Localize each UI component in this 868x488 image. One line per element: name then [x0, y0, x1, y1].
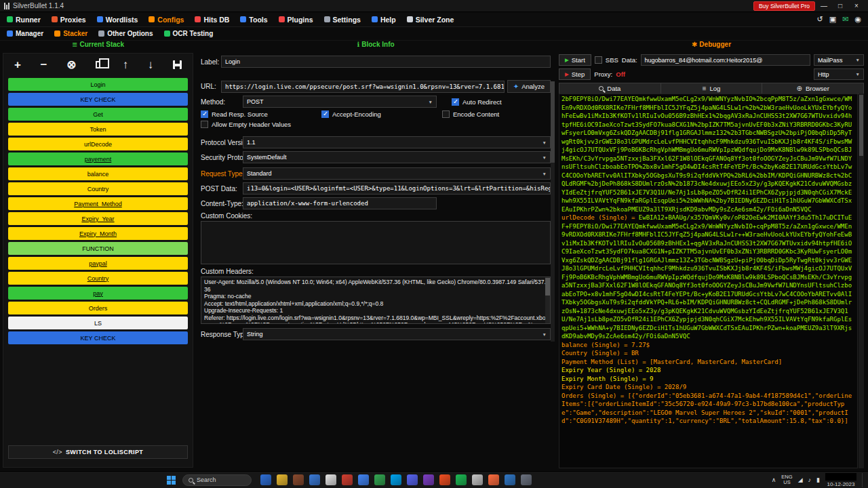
start-menu-button[interactable]	[167, 476, 176, 485]
taskbar-app-icon[interactable]	[293, 474, 304, 485]
stack-block-get[interactable]: Get	[8, 108, 188, 121]
menu-item-tools[interactable]: Tools	[240, 16, 267, 24]
menu-item-other-options[interactable]: Other Options	[98, 30, 153, 37]
block-info-scrollbar[interactable]	[551, 81, 555, 342]
stack-block-country[interactable]: Country	[8, 182, 188, 195]
maximize-button[interactable]: □	[833, 2, 848, 9]
tab-data[interactable]: Data	[559, 83, 661, 94]
security-protocol-select[interactable]: SystemDefault▼	[243, 151, 551, 163]
taskbar-app-icon[interactable]	[391, 474, 401, 485]
custom-headers-textarea[interactable]: User-Agent: Mozilla/5.0 (Windows NT 10.0…	[201, 277, 551, 324]
debug-log-scrollbar[interactable]	[859, 94, 864, 468]
stack-block-token[interactable]: Token	[8, 123, 188, 136]
stack-block-orders[interactable]: Orders	[8, 302, 188, 314]
stack-block-ls[interactable]: LS	[8, 317, 188, 329]
move-up-button[interactable]: ↑	[123, 59, 129, 70]
hidden-icons-button[interactable]: ∧	[772, 476, 776, 483]
stack-block-paypal[interactable]: paypal	[8, 257, 188, 270]
menu-item-proxies[interactable]: Proxies	[52, 16, 86, 24]
stack-block-payement[interactable]: payement	[8, 152, 188, 165]
menu-item-plugins[interactable]: Plugins	[279, 16, 313, 24]
stack-block-login[interactable]: Login	[8, 78, 188, 91]
buy-pro-button[interactable]: Buy SilverBullet Pro	[753, 1, 815, 11]
debug-log[interactable]: 2bF9EPY8iO/Dwi77EAYEQmkfwwUxamM5eCLg2x9/…	[559, 94, 858, 468]
encode-content-checkbox[interactable]	[442, 110, 450, 118]
stack-block-key-check[interactable]: KEY CHECK	[8, 331, 188, 344]
add-block-button[interactable]: +	[14, 59, 21, 70]
accept-encoding-checkbox[interactable]	[321, 110, 329, 118]
request-type-select[interactable]: Standard▼	[243, 167, 551, 180]
taskbar-app-icon[interactable]	[505, 474, 515, 485]
stack-block-function[interactable]: FUNCTION	[8, 242, 188, 255]
proxy-state-toggle[interactable]: Off	[616, 70, 625, 78]
taskbar-app-icon[interactable]	[260, 474, 271, 485]
content-type-input[interactable]: application/x-www-form-urlencoded	[243, 197, 437, 209]
taskbar-app-icon[interactable]	[309, 474, 320, 485]
stack-block-pay[interactable]: pay	[8, 287, 188, 300]
url-input[interactable]: https://login.live.com/ppsecure/post.srf…	[221, 81, 505, 93]
status-icon[interactable]: ◉	[854, 16, 861, 23]
close-button[interactable]: ×	[849, 2, 864, 9]
protocol-version-select[interactable]: 1.1▼	[243, 136, 551, 148]
taskbar-app-icon[interactable]	[374, 474, 385, 485]
volume-icon[interactable]: ♪	[808, 476, 812, 483]
menu-item-configs[interactable]: Configs	[149, 16, 184, 24]
battery-icon[interactable]: ▮	[816, 476, 820, 483]
language-indicator[interactable]: ENG US	[781, 474, 792, 485]
history-icon[interactable]: ↺	[817, 16, 823, 23]
taskbar-app-icon[interactable]	[439, 474, 450, 485]
taskbar-search[interactable]: Search	[182, 474, 252, 486]
stack-block-balance[interactable]: balance	[8, 167, 188, 180]
taskbar-app-icon[interactable]	[472, 474, 483, 485]
save-stack-button[interactable]	[173, 60, 182, 69]
switch-to-loliscript-button[interactable]: </> SWITCH TO LOLISCRIPT	[8, 445, 188, 459]
menu-item-hits-db[interactable]: Hits DB	[195, 16, 229, 24]
custom-cookies-textarea[interactable]	[201, 221, 551, 264]
auto-redirect-checkbox[interactable]	[452, 98, 459, 106]
menu-item-ocr-testing[interactable]: OCR Testing	[164, 30, 214, 37]
stack-block-urldecode[interactable]: urlDecode	[8, 138, 188, 150]
menu-item-help[interactable]: Help	[372, 16, 396, 24]
remove-block-button[interactable]: −	[41, 59, 47, 70]
step-button[interactable]: ▶Step	[559, 68, 591, 80]
stack-block-expiry-month[interactable]: Expiry_Month	[8, 227, 188, 240]
menu-item-silver-zone[interactable]: Silver Zone	[407, 16, 454, 24]
debug-data-input[interactable]: hugobarros_84@hotmail.com:Heitor2015@	[641, 54, 810, 66]
taskbar-app-icon[interactable]	[488, 474, 499, 485]
stack-block-key-check[interactable]: KEY CHECK	[8, 93, 188, 106]
menu-item-wordlists[interactable]: Wordlists	[97, 16, 138, 24]
chat-icon[interactable]: ✉	[842, 16, 848, 23]
screenshot-icon[interactable]: ▣	[829, 16, 836, 23]
method-select[interactable]: POST▼	[243, 96, 437, 108]
taskbar-app-icon[interactable]	[407, 474, 418, 485]
response-type-select[interactable]: String▼	[243, 328, 551, 340]
disable-block-button[interactable]: ⊗	[66, 59, 76, 70]
taskbar-app-icon[interactable]	[456, 474, 467, 485]
clock[interactable]: 10-12-2023	[825, 473, 856, 487]
taskbar-app-icon[interactable]	[342, 474, 353, 485]
network-icon[interactable]: ◢	[798, 476, 803, 483]
taskbar-app-icon[interactable]	[326, 474, 336, 485]
menu-item-runner[interactable]: Runner	[7, 16, 41, 24]
analyze-button[interactable]: ✦ Analyze	[507, 80, 551, 93]
read-resp-checkbox[interactable]	[201, 110, 208, 118]
tab-browser[interactable]: ⊕Browser	[762, 83, 863, 94]
allow-empty-headers-checkbox[interactable]	[201, 121, 208, 128]
post-data-input[interactable]: i13=0&login=<USER>&loginfmt=<USER>&type=…	[243, 182, 551, 195]
taskbar-app-icon[interactable]	[277, 474, 288, 485]
proxy-type-select[interactable]: Http▼	[814, 68, 864, 80]
stack-block-country[interactable]: Country	[8, 272, 188, 285]
move-down-button[interactable]: ↓	[148, 59, 154, 70]
wordlist-type-select[interactable]: MailPass▼	[814, 54, 864, 66]
menu-item-stacker[interactable]: Stacker	[54, 30, 87, 37]
minimize-button[interactable]: —	[816, 2, 831, 9]
stack-block-expiry-year[interactable]: Expiry_Year	[8, 212, 188, 225]
start-button[interactable]: ▶Start	[559, 54, 591, 66]
taskbar-app-icon[interactable]	[521, 474, 532, 485]
taskbar-app-icon[interactable]	[358, 474, 369, 485]
clone-block-button[interactable]	[96, 61, 103, 68]
headers-scrollbar[interactable]	[545, 277, 550, 323]
show-desktop-button[interactable]	[862, 473, 865, 487]
tab-log[interactable]: ≡Log	[661, 83, 763, 94]
sbs-checkbox[interactable]	[595, 56, 602, 64]
